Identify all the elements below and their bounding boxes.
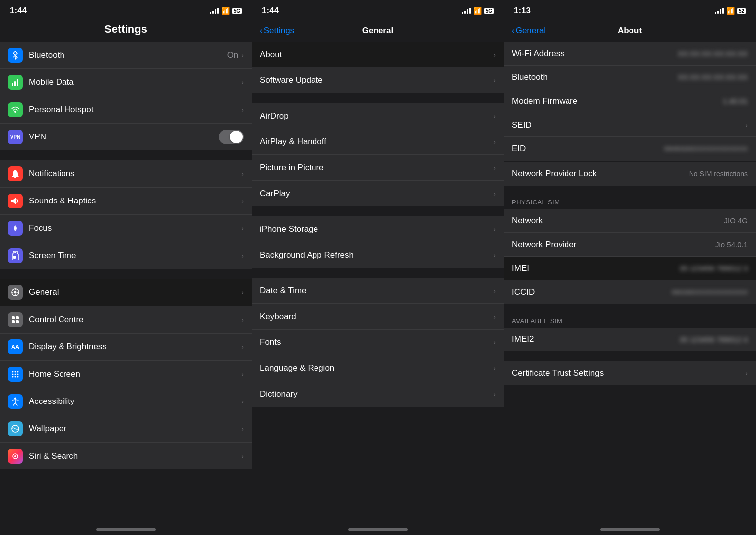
general-item-keyboard[interactable]: Keyboard › — [252, 304, 504, 330]
signal-bar-1 — [210, 12, 211, 14]
svg-rect-9 — [13, 256, 16, 259]
settings-item-siri[interactable]: Siri & Search › — [0, 443, 252, 469]
page-title-1: Settings — [0, 20, 252, 42]
airdrop-label: AirDrop — [260, 111, 493, 121]
general-item-iphone-storage[interactable]: iPhone Storage › — [252, 216, 504, 242]
general-item-language-region[interactable]: Language & Region › — [252, 355, 504, 381]
cert-trust-label: Certificate Trust Settings — [512, 368, 745, 378]
home-indicator-3 — [504, 525, 756, 535]
general-item-pip[interactable]: Picture in Picture › — [252, 155, 504, 181]
vpn-toggle[interactable] — [219, 130, 244, 144]
settings-item-accessibility[interactable]: Accessibility › — [0, 388, 252, 415]
chevron-bluetooth: › — [241, 51, 244, 59]
spacer-5 — [252, 268, 504, 278]
chevron-general: › — [241, 288, 244, 296]
about-item-wifi-address[interactable]: Wi-Fi Address XX:XX:XX:XX:XX:XX — [504, 42, 756, 66]
spacer-7 — [504, 304, 756, 314]
general-item-dictionary[interactable]: Dictionary › — [252, 381, 504, 407]
software-update-label: Software Update — [260, 75, 493, 85]
settings-item-screen-time[interactable]: Screen Time › — [0, 242, 252, 269]
signal-bars-3 — [715, 8, 724, 14]
about-item-seid[interactable]: SEID › — [504, 113, 756, 137]
hotspot-icon — [8, 102, 23, 117]
status-bar-2: 1:44 📶 5G — [252, 0, 504, 20]
settings-item-control-centre[interactable]: Control Centre › — [0, 306, 252, 334]
chevron-keyboard: › — [493, 313, 496, 321]
about-item-imei: IMEI 35 123456 789012 3 — [504, 257, 756, 280]
signal-bar-4 — [217, 8, 219, 14]
accessibility-icon — [8, 394, 23, 409]
svg-point-20 — [12, 371, 14, 373]
eid-value: 89049032002XXXXXXXXXXXXXXXX — [664, 146, 748, 152]
network-lock-section: Network Provider Lock No SIM restriction… — [504, 162, 756, 186]
mobile-data-label: Mobile Data — [29, 77, 241, 87]
status-time-1: 1:44 — [10, 6, 27, 16]
status-bar-1: 1:44 📶 5G — [0, 0, 252, 20]
about-bluetooth-value: XX:XX:XX:XX:XX:XX — [678, 73, 748, 81]
general-item-carplay[interactable]: CarPlay › — [252, 181, 504, 206]
back-button-3[interactable]: ‹ General — [512, 26, 546, 36]
settings-panel: 1:44 📶 5G Settings Blueto — [0, 0, 252, 535]
settings-item-notifications[interactable]: Notifications › — [0, 160, 252, 188]
settings-item-general[interactable]: General › — [0, 279, 252, 306]
general-item-fonts[interactable]: Fonts › — [252, 330, 504, 355]
chevron-notifications: › — [241, 170, 244, 178]
display-label: Display & Brightness — [29, 342, 241, 352]
iccid-value: 8991000XXXXXXXXXXXXXXX — [672, 289, 748, 295]
date-time-label: Date & Time — [260, 286, 493, 296]
svg-point-11 — [14, 291, 17, 294]
chevron-siri: › — [241, 452, 244, 460]
status-icons-2: 📶 5G — [462, 7, 494, 15]
panel2-title: General — [362, 26, 393, 36]
datetime-section-group: Date & Time › Keyboard › Fonts › Languag… — [252, 278, 504, 407]
network-label: Network — [512, 216, 724, 226]
network-value: JIO 4G — [724, 216, 748, 225]
wifi-address-value: XX:XX:XX:XX:XX:XX — [678, 49, 748, 58]
settings-item-home-screen[interactable]: Home Screen › — [0, 361, 252, 388]
general-item-airplay[interactable]: AirPlay & Handoff › — [252, 129, 504, 155]
general-item-software-update[interactable]: Software Update › — [252, 67, 504, 93]
back-button-2[interactable]: ‹ Settings — [260, 26, 294, 36]
general-item-date-time[interactable]: Date & Time › — [252, 278, 504, 304]
general-item-airdrop[interactable]: AirDrop › — [252, 103, 504, 129]
general-scroll[interactable]: About › Software Update › AirDrop › AirP… — [252, 42, 504, 525]
airdrop-section-group: AirDrop › AirPlay & Handoff › Picture in… — [252, 103, 504, 206]
settings-item-sounds[interactable]: Sounds & Haptics › — [0, 188, 252, 215]
bluetooth-value: On — [227, 50, 239, 60]
modem-firmware-label: Modem Firmware — [512, 96, 723, 106]
chevron-about: › — [493, 51, 496, 59]
seid-label: SEID — [512, 120, 745, 130]
back-label-2: Settings — [264, 26, 294, 36]
chevron-iphone-storage: › — [493, 225, 496, 233]
home-bar-2 — [348, 528, 408, 531]
settings-item-wallpaper[interactable]: Wallpaper › — [0, 415, 252, 443]
svg-rect-4 — [14, 177, 16, 178]
settings-item-mobile-data[interactable]: Mobile Data › — [0, 69, 252, 96]
dictionary-label: Dictionary — [260, 389, 493, 399]
about-item-cert-trust[interactable]: Certificate Trust Settings › — [504, 361, 756, 385]
settings-item-display-brightness[interactable]: AA Display & Brightness › — [0, 334, 252, 361]
about-item-bluetooth[interactable]: Bluetooth XX:XX:XX:XX:XX:XX — [504, 66, 756, 89]
about-scroll[interactable]: Wi-Fi Address XX:XX:XX:XX:XX:XX Bluetoot… — [504, 42, 756, 525]
wifi-icon-2: 📶 — [473, 7, 482, 15]
settings-item-personal-hotspot[interactable]: Personal Hotspot › — [0, 96, 252, 124]
network-lock-label: Network Provider Lock — [512, 169, 689, 179]
settings-item-vpn[interactable]: VPN VPN — [0, 124, 252, 150]
settings-scroll-1[interactable]: Bluetooth On › Mobile Data › — [0, 42, 252, 525]
bottom-spacer-2 — [252, 407, 504, 437]
general-item-about[interactable]: About › — [252, 42, 504, 67]
settings-item-focus[interactable]: Focus › — [0, 215, 252, 242]
available-sim-label: AVAILABLE SIM — [504, 314, 756, 328]
network-badge-3: 52 — [737, 8, 746, 14]
storage-section-group: iPhone Storage › Background App Refresh … — [252, 216, 504, 268]
settings-item-bluetooth[interactable]: Bluetooth On › — [0, 42, 252, 69]
display-icon: AA — [8, 339, 23, 354]
panel3-title: About — [618, 26, 642, 36]
notifications-label: Notifications — [29, 169, 241, 179]
chevron-seid: › — [745, 121, 748, 129]
about-item-eid[interactable]: EID 89049032002XXXXXXXXXXXXXXXX — [504, 137, 756, 161]
about-panel: 1:13 📶 52 ‹ General About Wi-Fi Address … — [504, 0, 756, 535]
about-item-modem-firmware[interactable]: Modem Firmware 1.40.01 — [504, 89, 756, 113]
spacer-8 — [504, 351, 756, 361]
general-item-bg-app-refresh[interactable]: Background App Refresh › — [252, 242, 504, 268]
